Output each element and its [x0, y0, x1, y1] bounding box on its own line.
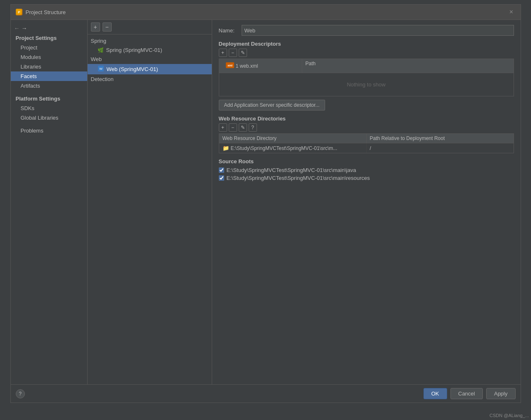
add-descriptor-button[interactable]: Add Application Server specific descript… [219, 100, 325, 111]
sidebar-item-problems[interactable]: Problems [11, 126, 87, 135]
ok-button[interactable]: OK [423, 388, 447, 399]
web-resource-table: Web Resource Directory Path Relative to … [219, 133, 514, 153]
col-path-header: Path [302, 59, 514, 73]
deployment-descriptors-title: Deployment Descriptors [219, 41, 514, 47]
nav-forward[interactable]: → [22, 25, 27, 32]
sidebar-item-global-libraries[interactable]: Global Libraries [11, 113, 87, 123]
wrd-relative-cell: / [367, 143, 514, 153]
source-roots-section: Source Roots E:\Study\SpringMVCTest\Spri… [219, 158, 514, 182]
wrd-help-button[interactable]: ? [249, 123, 257, 132]
nav-back[interactable]: ← [14, 25, 20, 32]
web-tree-item[interactable]: W Web (SpringMVC-01) [88, 64, 212, 74]
web-resource-dirs-title: Web Resource Directories [219, 115, 514, 122]
name-field-row: Name: [219, 25, 514, 36]
webxml-label: 1 web.xml [236, 63, 258, 69]
web-icon: W [98, 65, 104, 73]
nothing-to-show: Nothing to show [219, 73, 514, 96]
spring-item-label: Spring (SpringMVC-01) [106, 47, 162, 53]
source-roots-title: Source Roots [219, 158, 514, 165]
name-input[interactable] [242, 25, 514, 36]
source-root-1-row: E:\Study\SpringMVCTest\SpringMVC-01\src\… [219, 166, 514, 174]
watermark: CSDN @ALiang_... [489, 413, 529, 418]
platform-settings-section: Platform Settings [11, 94, 87, 103]
sidebar-item-artifacts[interactable]: Artifacts [11, 81, 87, 91]
web-group-label: Web [88, 54, 212, 64]
facet-tree-panel: + − Spring 🌿 Spring (SpringMVC-01) Web [88, 20, 212, 384]
web-item-label: Web (SpringMVC-01) [107, 66, 158, 72]
sidebar-item-sdks[interactable]: SDKs [11, 103, 87, 113]
dd-remove-button[interactable]: − [229, 49, 237, 57]
sidebar-item-facets[interactable]: Facets [11, 71, 87, 81]
source-root-1-path: E:\Study\SpringMVCTest\SpringMVC-01\src\… [227, 167, 356, 173]
wrd-directory-value: E:\Study\SpringMVCTest\SpringMVC-01\src\… [231, 145, 338, 151]
dd-edit-button[interactable]: ✎ [239, 49, 247, 57]
right-panel: Name: Deployment Descriptors + − ✎ [212, 20, 521, 384]
spring-tree-item[interactable]: 🌿 Spring (SpringMVC-01) [88, 46, 212, 54]
bottom-bar: ? OK Cancel Apply [11, 384, 521, 403]
svg-text:xml: xml [227, 64, 232, 67]
detection-label: Detection [88, 74, 212, 84]
apply-button[interactable]: Apply [486, 388, 516, 399]
source-root-2-checkbox[interactable] [219, 175, 224, 181]
source-root-1-checkbox[interactable] [219, 167, 224, 173]
wrd-table-header: Web Resource Directory Path Relative to … [219, 134, 514, 143]
remove-facet-button[interactable]: − [103, 22, 112, 32]
wrd-toolbar: + − ✎ ? [219, 123, 514, 132]
deployment-table: xml 1 web.xml Path Nothing to show [219, 59, 514, 96]
sidebar-item-project[interactable]: Project [11, 43, 87, 52]
web-resource-table-row[interactable]: 📁 E:\Study\SpringMVCTest\SpringMVC-01\sr… [219, 143, 514, 153]
dd-add-button[interactable]: + [219, 49, 227, 57]
dialog-title: Project Structure [26, 9, 66, 15]
col-name-header: xml 1 web.xml [219, 59, 302, 73]
wrd-col-directory-header: Web Resource Directory [219, 134, 367, 143]
source-root-2-row: E:\Study\SpringMVCTest\SpringMVC-01\src\… [219, 174, 514, 182]
spring-icon: 🌿 [98, 47, 104, 53]
app-icon: P [16, 9, 22, 15]
sidebar: ← → Project Settings Project Modules Lib… [11, 20, 88, 384]
title-bar: P Project Structure × [11, 5, 521, 20]
wrd-add-button[interactable]: + [219, 123, 227, 132]
svg-text:P: P [18, 10, 20, 14]
sidebar-item-modules[interactable]: Modules [11, 52, 87, 62]
project-settings-section: Project Settings [11, 33, 87, 43]
folder-icon: 📁 [223, 145, 229, 151]
wrd-edit-button[interactable]: ✎ [239, 123, 247, 132]
close-button[interactable]: × [507, 8, 516, 16]
wrd-col-path-header: Path Relative to Deployment Root [367, 134, 514, 143]
bottom-help-button[interactable]: ? [16, 389, 25, 398]
source-root-2-path: E:\Study\SpringMVCTest\SpringMVC-01\src\… [227, 175, 370, 181]
svg-text:W: W [99, 67, 103, 71]
spring-group-label: Spring [88, 36, 212, 46]
cancel-button[interactable]: Cancel [450, 388, 483, 399]
web-resource-dirs-section: Web Resource Directories + − ✎ ? Web Res… [219, 115, 514, 153]
deployment-toolbar: + − ✎ [219, 49, 514, 57]
wrd-directory-cell: 📁 E:\Study\SpringMVCTest\SpringMVC-01\sr… [219, 143, 367, 153]
tree-toolbar: + − [88, 20, 212, 34]
xml-icon: xml [226, 62, 234, 69]
deployment-descriptors-section: Deployment Descriptors + − ✎ [219, 41, 514, 111]
wrd-remove-button[interactable]: − [229, 123, 237, 132]
add-facet-button[interactable]: + [91, 22, 100, 32]
deployment-table-header: xml 1 web.xml Path [219, 59, 514, 73]
name-label: Name: [219, 27, 237, 34]
sidebar-item-libraries[interactable]: Libraries [11, 62, 87, 71]
